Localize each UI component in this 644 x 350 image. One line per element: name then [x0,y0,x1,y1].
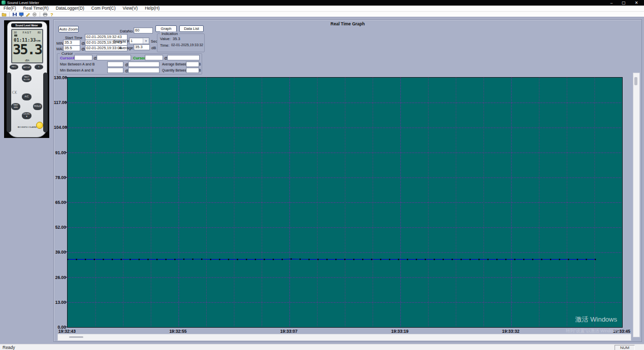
x-tick-label: 19:33:19 [386,329,413,334]
device-setup-button: SETUP [22,64,31,71]
lcd-unit: dBA [12,59,42,62]
horizontal-scrollbar[interactable] [57,334,631,341]
indication-time: 02-01-2025,19:33:32 [171,43,203,47]
y-tick-label: 65.00 [54,200,66,205]
device-grip-left [7,73,11,132]
avg-ab-value-field[interactable] [186,61,199,67]
y-tick-mark [65,102,67,102]
open-file-icon[interactable] [2,12,7,17]
indication-value: 35.3 [173,37,180,41]
toolbar-separator [9,12,10,17]
y-tick-label: 52.00 [54,225,66,230]
max-ab-value-field[interactable] [107,61,123,67]
battery-icon [14,34,17,37]
cursor-a-time-field[interactable] [96,55,131,60]
max-value-field[interactable]: 35.5 [63,45,80,51]
y-tick-label: 78.00 [54,175,66,180]
title-bar: Sound Level Meter – ▢ ✕ [0,0,644,6]
cursor-group-title: Cursor [60,51,75,56]
average-field[interactable]: 35.3 [134,44,150,50]
y-tick-mark [65,202,67,202]
cursor-a-value-field[interactable] [74,55,92,60]
setup-pen-icon[interactable] [25,12,30,17]
device-ac-button: A/C [22,93,31,100]
menu-item-view[interactable]: View(V) [119,6,142,11]
qty-ab-value-field[interactable] [186,67,199,73]
device-rec-button: REC [10,64,18,69]
data-list-button[interactable]: Data List [179,25,204,32]
average-label: Average [119,46,133,50]
max-ab-label: Max Between A and B [60,62,95,66]
device-body: Sound Level Meter 30 80 FAST 01:11:33TIM… [7,21,47,137]
y-tick-label: 26.00 [54,275,66,280]
num-lock-indicator: NUM [615,345,635,350]
horizontal-scrollbar-thumb[interactable] [69,336,83,338]
menu-item-help[interactable]: Help(H) [141,6,163,11]
chevron-down-icon[interactable]: ▼ [143,38,149,44]
data-no-label: DataNo. [120,29,134,33]
device-brand-label: Sound Level Meter [11,23,42,27]
min-ab-label: Min Between A and B [60,68,94,72]
average-unit-label: dB [151,46,156,50]
main-panel: Real Time Graph Auto Zoom Start Time 02-… [53,19,642,342]
toolbar: ? [0,12,644,17]
device-power-button [36,122,43,129]
min-ab-time-field[interactable] [128,67,159,73]
window-title: Sound Level Meter [7,1,39,5]
activate-windows-watermark: 激活 Windows [575,315,617,324]
device-lcd: 30 80 FAST 01:11:33TIME 35.3 dBA [11,29,43,63]
device-max-min-button: MAXMIN [11,103,20,110]
device-level-button: LEVEL▼ [22,112,31,119]
minimize-button[interactable]: – [606,0,617,6]
menu-item-com-port[interactable]: Com Port(C) [88,6,119,11]
data-no-field[interactable]: 60 [134,27,153,33]
y-tick-mark [65,252,67,252]
min-label: MIN [56,41,63,46]
y-tick-mark [65,277,67,277]
indication-group-title: Indication [160,31,179,36]
menu-item-datalogger[interactable]: DataLogger(D) [52,6,88,11]
max-ab-time-field[interactable] [128,61,159,67]
sample-rate-value: 1 [131,39,133,44]
x-tick-label: 19:32:55 [164,329,191,334]
menu-item-file[interactable]: File(F) [0,6,20,11]
device-grip-right [43,73,48,132]
vertical-scrollbar-thumb[interactable] [634,77,637,85]
y-tick-mark [65,327,67,327]
device-hold-button: HOLD [33,103,42,110]
auto-zoom-button[interactable]: Auto Zoom [58,26,79,32]
y-tick-label: 91.00 [54,150,66,155]
cursor-b-value-field[interactable] [145,55,163,60]
menu-bar: File(F)Real Time(R)DataLogger(D)Com Port… [0,6,644,12]
app-icon [2,1,6,5]
maximize-button[interactable]: ▢ [618,0,629,6]
menu-item-real-time[interactable]: Real Time(R) [20,6,52,11]
close-button[interactable]: ✕ [631,0,642,6]
cursor-b-time-field[interactable] [167,55,200,60]
y-tick-mark [65,77,67,78]
svg-text:?: ? [50,12,53,17]
ce-mark: C€ [12,90,17,95]
stop-icon[interactable] [32,12,37,17]
indication-time-label: Time: [160,43,169,48]
x-tick-label: 19:32:43 [53,329,81,334]
y-tick-label: 117.00 [54,100,66,105]
save-icon[interactable] [12,12,17,17]
cursor-group: Cursor CursorA @ CursorB @ Max Between A… [57,53,202,75]
y-tick-mark [65,127,67,127]
x-tick-label: 19:33:07 [275,329,303,334]
device-fast-slow-button: FASTSLOW [22,75,31,82]
y-tick-mark [65,152,67,153]
y-tick-label: 130.00 [54,75,66,80]
sample-rate-select[interactable]: 1 ▼ [129,38,149,44]
help-icon[interactable]: ? [49,12,54,17]
min-ab-value-field[interactable] [107,67,123,73]
real-time-monitor-icon[interactable] [19,12,24,17]
x-tick-label: 19:33:32 [497,329,525,334]
vertical-scrollbar[interactable] [633,73,640,337]
print-icon[interactable] [43,12,48,17]
y-tick-label: 13.00 [54,300,66,305]
plot-area[interactable]: 激活 Windows [67,77,623,328]
status-text: Ready [3,345,15,350]
sample-rate-unit-label: Sec [151,39,157,44]
